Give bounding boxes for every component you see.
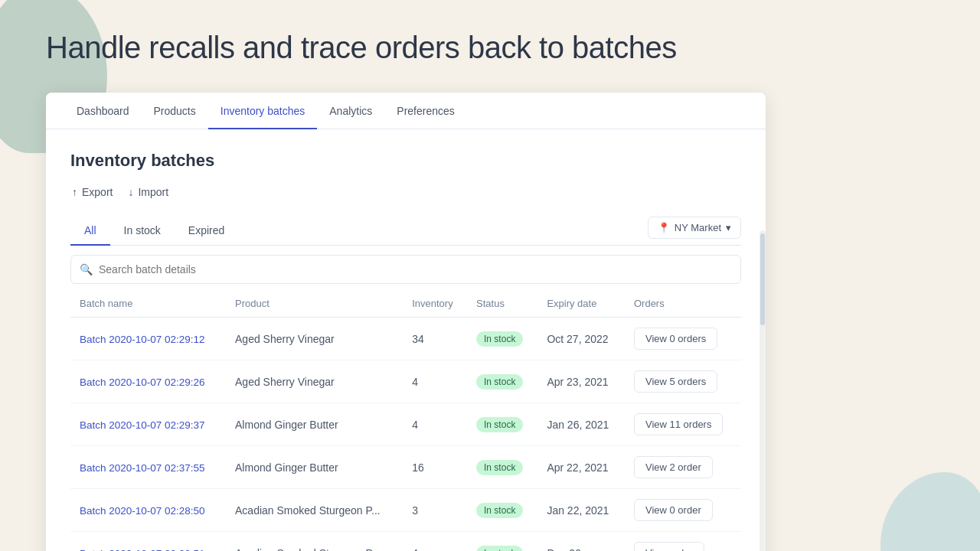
batch-name-link[interactable]: Batch 2020-10-07 02:29:37	[80, 419, 205, 431]
batch-expiry-date: Jan 26, 2021	[537, 403, 625, 446]
filter-tab-in-stock[interactable]: In stock	[110, 217, 175, 246]
search-bar-wrapper: 🔍	[70, 255, 741, 284]
col-header-expiry-date: Expiry date	[537, 290, 625, 318]
nav-tab-analytics[interactable]: Analytics	[317, 93, 384, 129]
nav-tab-preferences[interactable]: Preferences	[384, 93, 466, 129]
status-badge: In stock	[476, 331, 523, 347]
batch-inventory: 34	[403, 318, 467, 360]
col-header-status: Status	[467, 290, 537, 318]
nav-tab-products[interactable]: Products	[142, 93, 208, 129]
col-header-inventory: Inventory	[403, 290, 467, 318]
table-header: Batch nameProductInventoryStatusExpiry d…	[70, 290, 741, 318]
view-orders-button[interactable]: View 0 orders	[634, 328, 717, 350]
section-title: Inventory batches	[70, 151, 741, 171]
table-row: Batch 2020-10-07 02:29:26Aged Sherry Vin…	[70, 360, 741, 403]
batch-product: Aged Sherry Vinegar	[226, 360, 403, 403]
action-buttons: ↑ Export ↓ Import	[70, 183, 741, 201]
view-orders-button[interactable]: View 5 orders	[634, 370, 717, 393]
table-row: Batch 2020-10-07 02:29:37Almond Ginger B…	[70, 403, 741, 446]
export-button[interactable]: ↑ Export	[70, 183, 114, 201]
batch-product: Acadian Smoked Sturgeon P...	[226, 532, 403, 552]
market-selector[interactable]: 📍 NY Market ▾	[648, 217, 741, 239]
batch-inventory: 4	[403, 403, 467, 446]
table-row: Batch 2020-10-07 02:29:51Acadian Smoked …	[70, 532, 741, 552]
batch-inventory: 4	[403, 532, 467, 552]
location-icon: 📍	[658, 222, 670, 233]
status-badge: In stock	[476, 460, 523, 475]
view-orders-button[interactable]: View 2 order	[634, 456, 713, 478]
batch-name-link[interactable]: Batch 2020-10-07 02:37:55	[80, 462, 205, 474]
batch-product: Aged Sherry Vinegar	[226, 318, 403, 360]
import-icon: ↓	[128, 186, 133, 198]
batch-name-link[interactable]: Batch 2020-10-07 02:29:26	[80, 377, 205, 388]
batch-expiry-date: Apr 22, 2021	[537, 446, 625, 489]
status-badge: In stock	[476, 503, 523, 518]
batch-inventory: 4	[403, 360, 467, 403]
batch-product: Almond Ginger Butter	[226, 403, 403, 446]
main-content: Inventory batches ↑ Export ↓ Import AllI…	[46, 129, 766, 551]
view-orders-button[interactable]: View order	[634, 542, 704, 551]
batch-inventory: 16	[403, 446, 467, 489]
filter-tabs: AllIn stockExpired	[70, 217, 238, 245]
status-badge: In stock	[476, 417, 523, 432]
search-icon: 🔍	[80, 263, 93, 276]
app-window: DashboardProductsInventory batchesAnalyt…	[46, 93, 766, 551]
market-label: NY Market	[675, 222, 721, 233]
col-header-batch-name: Batch name	[70, 290, 226, 318]
filter-bar: AllIn stockExpired 📍 NY Market ▾	[70, 217, 741, 246]
batch-product: Acadian Smoked Sturgeon P...	[226, 489, 403, 532]
table-row: Batch 2020-10-07 02:28:50Acadian Smoked …	[70, 489, 741, 532]
search-input[interactable]	[70, 255, 741, 284]
page-heading: Handle recalls and trace orders back to …	[46, 31, 934, 65]
scroll-thumb	[760, 233, 765, 325]
col-header-orders: Orders	[625, 290, 741, 318]
batches-table: Batch nameProductInventoryStatusExpiry d…	[70, 290, 741, 551]
export-icon: ↑	[72, 186, 77, 198]
status-badge: In stock	[476, 546, 523, 552]
chevron-down-icon: ▾	[726, 222, 731, 233]
import-button[interactable]: ↓ Import	[126, 183, 170, 201]
batch-product: Almond Ginger Butter	[226, 446, 403, 489]
view-orders-button[interactable]: View 11 orders	[634, 413, 723, 435]
batch-expiry-date: Oct 27, 2022	[537, 318, 625, 360]
view-orders-button[interactable]: View 0 order	[634, 499, 713, 521]
filter-tab-expired[interactable]: Expired	[175, 217, 238, 246]
filter-tab-all[interactable]: All	[70, 217, 110, 246]
batch-expiry-date: Dec 26	[537, 532, 625, 552]
table-header-row: Batch nameProductInventoryStatusExpiry d…	[70, 290, 741, 318]
batch-expiry-date: Apr 23, 2021	[537, 360, 625, 403]
nav-tab-inventory-batches[interactable]: Inventory batches	[208, 93, 318, 129]
table-row: Batch 2020-10-07 02:37:55Almond Ginger B…	[70, 446, 741, 489]
batch-name-link[interactable]: Batch 2020-10-07 02:29:12	[80, 334, 205, 345]
batch-name-link[interactable]: Batch 2020-10-07 02:29:51	[80, 548, 205, 552]
status-badge: In stock	[476, 374, 523, 390]
nav-tab-dashboard[interactable]: Dashboard	[64, 93, 142, 129]
scroll-track[interactable]	[760, 230, 766, 551]
batch-expiry-date: Jan 22, 2021	[537, 489, 625, 532]
table-body: Batch 2020-10-07 02:29:12Aged Sherry Vin…	[70, 318, 741, 552]
table-row: Batch 2020-10-07 02:29:12Aged Sherry Vin…	[70, 318, 741, 360]
col-header-product: Product	[226, 290, 403, 318]
batch-name-link[interactable]: Batch 2020-10-07 02:28:50	[80, 505, 205, 517]
batch-inventory: 3	[403, 489, 467, 532]
nav-bar: DashboardProductsInventory batchesAnalyt…	[46, 93, 766, 129]
